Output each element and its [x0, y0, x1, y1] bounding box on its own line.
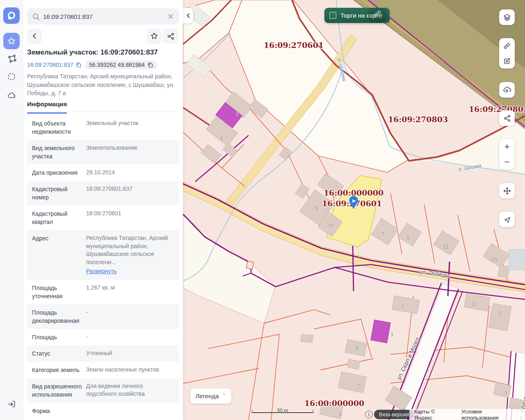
expand-address-link[interactable]: Развернуть — [86, 267, 116, 276]
star-icon — [150, 32, 158, 40]
field-value — [86, 407, 174, 415]
field-label: Вид объекта недвижимости — [32, 119, 86, 136]
selected-parcel-pin[interactable] — [345, 192, 362, 211]
sidebar-item-favorites[interactable] — [3, 33, 20, 49]
field-label: Адрес — [32, 234, 86, 276]
attribution-terms-link[interactable]: Условия использования — [461, 409, 520, 420]
chevron-left-icon — [31, 32, 38, 40]
share-icon — [167, 32, 175, 40]
field-value: Земли населенных пунктов — [86, 366, 174, 374]
map-attribution: Карты © Яндекс Условия использования — [409, 409, 525, 420]
table-row: Площадь уточненная1,267 кв. м — [27, 280, 179, 304]
zoom-out-button[interactable]: − — [499, 154, 515, 169]
field-label: Площадь уточненная — [32, 284, 86, 300]
layers-button[interactable] — [499, 9, 515, 25]
table-row: Площадь декларированная- — [27, 304, 179, 329]
table-row: Кадастровый квартал16:09:270601 — [27, 205, 179, 230]
field-label: Категория земель — [32, 366, 86, 374]
back-button[interactable] — [27, 29, 42, 43]
copy-icon[interactable] — [75, 62, 82, 68]
map-scale-bar: 50 m — [252, 409, 313, 413]
parcel-attributes-table: Вид объекта недвижимостиЗемельный участо… — [27, 115, 179, 419]
sidebar-item-cloud[interactable] — [3, 87, 20, 103]
table-row: Форма — [27, 403, 179, 419]
trades-on-map-toggle[interactable]: Торги на карте — [324, 8, 390, 23]
table-row: Площадь- — [27, 329, 179, 345]
navigate-arrow-icon — [503, 216, 511, 224]
field-label: Площадь декларированная — [32, 308, 86, 325]
upload-button[interactable] — [499, 82, 515, 98]
field-label: Форма — [32, 407, 86, 415]
my-location-button[interactable] — [499, 212, 515, 227]
info-icon[interactable]: i — [365, 411, 373, 418]
scale-label: 50 m — [252, 408, 313, 413]
page-title: Земельный участок: 16:09:270601:837 — [27, 48, 180, 57]
field-value: Для ведения личного подсобного хозяйства — [86, 382, 174, 399]
sidebar-item-parcel-tools[interactable] — [3, 50, 20, 66]
table-row: СтатусУчтенный — [27, 345, 179, 362]
field-value: Земельный участок — [86, 119, 174, 136]
field-label: Дата присвоения — [32, 169, 86, 177]
share-icon — [503, 114, 511, 122]
map-share-button[interactable] — [499, 110, 515, 126]
map-canvas[interactable]: 16:09:27060116:09:27080316:09:27080316:0… — [183, 0, 525, 420]
panel-actions — [27, 29, 179, 43]
app-logo-icon[interactable] — [3, 7, 20, 24]
move-icon — [503, 187, 511, 195]
tab-divider — [27, 112, 179, 112]
favorite-button[interactable] — [147, 29, 162, 43]
parcel-info-panel: Земельный участок: 16:09:270601:837 16:0… — [23, 0, 183, 420]
id-chips: 16:09:270601:837 56.393262 49.881984 — [27, 60, 157, 70]
copy-icon[interactable] — [147, 62, 153, 68]
measure-button[interactable] — [499, 38, 515, 53]
clear-search-icon[interactable] — [167, 13, 174, 20]
search-input[interactable] — [43, 13, 167, 20]
table-row: Кадастровый номер16:09:270601:837 — [27, 181, 179, 205]
pan-mode-button[interactable] — [499, 183, 515, 199]
field-value: Землепользование — [86, 144, 174, 160]
coordinates-chip[interactable]: 56.393262 49.881984 — [86, 60, 157, 69]
edit-icon — [503, 57, 511, 65]
field-label: Кадастровый квартал — [32, 210, 86, 226]
zoom-controls: + − — [499, 139, 515, 169]
field-label: Вид земельного участка — [32, 144, 86, 160]
legend-button[interactable]: Легенда ⌃ — [190, 388, 231, 404]
field-value: 1,267 кв. м — [86, 284, 174, 300]
table-row: Вид разрешенного использованияДля ведени… — [27, 378, 179, 403]
sign-in-button[interactable] — [3, 396, 20, 412]
field-label: Статус — [32, 349, 86, 358]
ruler-icon — [503, 42, 511, 50]
field-label: Кадастровый номер — [32, 185, 86, 201]
table-row: Дата присвоения28.10.2014 — [27, 164, 179, 181]
field-value: - — [86, 333, 174, 341]
chevron-left-icon — [185, 13, 191, 18]
table-row: Категория земельЗемли населенных пунктов — [27, 362, 179, 378]
field-value: 16:09:270601:837 — [86, 185, 174, 201]
field-value: - — [86, 308, 174, 325]
cadastral-number-link[interactable]: 16:09:270601:837 — [27, 62, 82, 68]
chevron-up-icon: ⌃ — [222, 393, 226, 399]
cloud-upload-icon — [502, 85, 511, 94]
left-rail — [0, 0, 23, 420]
search-icon — [32, 13, 40, 21]
draw-button[interactable] — [499, 53, 515, 68]
gavel-icon — [368, 8, 387, 23]
search-box[interactable] — [27, 8, 179, 25]
trades-checkbox[interactable] — [329, 12, 336, 19]
field-value: 16:09:270601 — [86, 210, 174, 226]
layers-icon — [503, 13, 511, 22]
sidebar-item-area-select[interactable] — [3, 68, 20, 85]
attribution-yandex-link[interactable]: Карты © Яндекс — [414, 409, 454, 420]
share-button[interactable] — [163, 29, 178, 43]
collapse-panel-button[interactable] — [183, 8, 193, 23]
table-row: АдресРеспублика Татарстан, Арский муници… — [27, 230, 179, 280]
cadastral-map-app: Земельный участок: 16:09:270601:837 16:0… — [0, 0, 525, 420]
field-value: Учтенный — [86, 349, 174, 358]
zoom-in-button[interactable]: + — [499, 139, 515, 154]
table-row: Вид объекта недвижимостиЗемельный участо… — [27, 115, 179, 140]
beta-badge: Beta-версия — [374, 410, 414, 419]
measure-draw-group — [499, 38, 515, 68]
field-value: 28.10.2014 — [86, 169, 174, 177]
field-label: Вид разрешенного использования — [32, 382, 86, 399]
field-value: Республика Татарстан, Арский муниципальн… — [86, 234, 174, 276]
